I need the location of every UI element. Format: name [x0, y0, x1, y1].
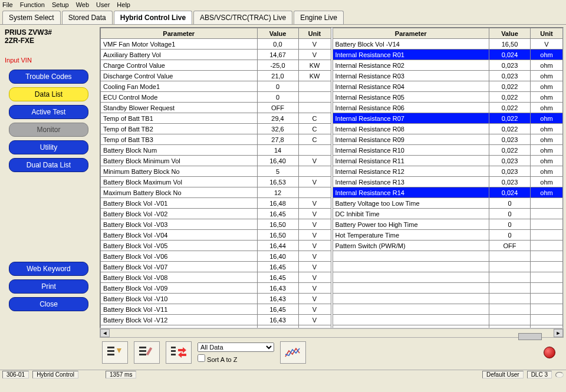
table-row[interactable]: Battery Power too High Time0 [333, 219, 563, 230]
filter-select[interactable]: All Data [198, 342, 274, 352]
sort-checkbox-label[interactable]: Sort A to Z [198, 354, 274, 363]
table-row[interactable]: Hot Temperature Time0 [333, 230, 563, 241]
table-row[interactable]: Auxiliary Battery Vol14,67V [101, 50, 331, 60]
table-row[interactable]: Internal Resistance R140,024ohm [333, 187, 563, 198]
table-row[interactable]: Battery Block Vol -V1316,53V [101, 325, 331, 328]
menu-user[interactable]: User [96, 1, 110, 8]
scroll-right-icon[interactable]: ► [554, 329, 563, 337]
trouble-codes-button[interactable]: Trouble Codes [9, 70, 88, 84]
table-row[interactable]: Internal Resistance R060,022ohm [333, 103, 563, 113]
list-edit-button[interactable] [134, 341, 160, 364]
table-row[interactable]: Battery Block Vol -V0416,50V [101, 230, 331, 241]
scroll-thumb[interactable] [518, 333, 542, 340]
table-row[interactable]: DC Inhibit Time0 [333, 209, 563, 219]
table-row[interactable]: Internal Resistance R020,023ohm [333, 60, 563, 71]
table-row[interactable]: Temp of Batt TB232,6C [101, 124, 331, 134]
table-row[interactable]: Maximum Battery Block No12 [101, 187, 331, 198]
list-swap-button[interactable] [166, 341, 192, 364]
menu-web[interactable]: Web [76, 1, 89, 8]
table-row[interactable] [333, 272, 563, 283]
table-row[interactable]: Internal Resistance R130,023ohm [333, 177, 563, 187]
graph-button[interactable] [280, 341, 306, 364]
table-row[interactable] [333, 283, 563, 294]
sort-checkbox[interactable] [198, 354, 205, 362]
table-row[interactable]: Battery Block Vol -V0516,44V [101, 241, 331, 251]
dual-data-list-button[interactable]: Dual Data List [9, 158, 88, 172]
table-row[interactable]: Internal Resistance R100,022ohm [333, 145, 563, 156]
table-row[interactable]: Battery Block Vol -V0316,50V [101, 219, 331, 230]
table-row[interactable]: Battery Block Vol -V1016,43V [101, 294, 331, 304]
table-right-wrap[interactable]: Parameter Value Unit Battery Block Vol -… [333, 28, 564, 328]
data-list-button[interactable]: Data List [9, 87, 88, 101]
tab-stored-data[interactable]: Stored Data [62, 11, 113, 24]
menu-setup[interactable]: Setup [52, 1, 69, 8]
horizontal-scrollbar[interactable]: ◄ ► [100, 328, 564, 338]
input-vin-label[interactable]: Input VIN [5, 57, 93, 64]
record-indicator-icon[interactable] [544, 347, 555, 358]
th-unit[interactable]: Unit [298, 28, 331, 39]
th-value[interactable]: Value [257, 28, 298, 39]
th-value[interactable]: Value [489, 28, 531, 39]
th-unit[interactable]: Unit [531, 28, 563, 39]
table-row[interactable]: Internal Resistance R090,023ohm [333, 134, 563, 145]
table-row[interactable]: Internal Resistance R070,022ohm [333, 113, 563, 124]
table-row[interactable]: Battery Block Vol -V1116,45V [101, 304, 331, 315]
table-row[interactable]: Internal Resistance R050,022ohm [333, 92, 563, 103]
table-row[interactable]: Battery Block Vol -V0716,45V [101, 262, 331, 272]
table-row[interactable]: Battery Block Vol -V0816,45V [101, 272, 331, 283]
scroll-left-icon[interactable]: ◄ [100, 329, 110, 337]
menu-help[interactable]: Help [117, 1, 130, 8]
utility-button[interactable]: Utility [9, 140, 88, 154]
cell-value [489, 315, 531, 325]
cell-unit [531, 262, 563, 272]
table-row[interactable]: Internal Resistance R010,024ohm [333, 50, 563, 60]
table-row[interactable]: Battery Block Vol -V0616,40V [101, 251, 331, 262]
table-row[interactable]: Battery Block Vol -V1416,50V [333, 39, 563, 50]
table-row[interactable]: VMF Fan Motor Voltage10,0V [101, 39, 331, 50]
table-row[interactable]: Internal Resistance R120,023ohm [333, 166, 563, 177]
cell-value: 27,8 [257, 134, 298, 145]
table-row[interactable]: Battery Block Vol -V1216,43V [101, 315, 331, 325]
table-row[interactable] [333, 304, 563, 315]
menu-file[interactable]: File [2, 1, 13, 8]
table-row[interactable]: Internal Resistance R040,022ohm [333, 81, 563, 92]
table-row[interactable] [333, 251, 563, 262]
table-row[interactable]: Cooling Fan Mode10 [101, 81, 331, 92]
menu-function[interactable]: Function [20, 1, 45, 8]
table-row[interactable]: Internal Resistance R080,022ohm [333, 124, 563, 134]
print-button[interactable]: Print [9, 279, 88, 294]
table-row[interactable]: ECU Control Mode0 [101, 92, 331, 103]
tab-engine-live[interactable]: Engine Live [294, 11, 344, 24]
table-row[interactable]: Temp of Batt TB129,4C [101, 113, 331, 124]
th-parameter[interactable]: Parameter [333, 28, 489, 39]
table-row[interactable] [333, 294, 563, 304]
table-row[interactable]: Standby Blower RequestOFF [101, 103, 331, 113]
table-row[interactable]: Battery Block Num14 [101, 145, 331, 156]
list-select-button[interactable] [102, 341, 128, 364]
close-button[interactable]: Close [9, 297, 88, 311]
table-left-wrap[interactable]: Parameter Value Unit VMF Fan Motor Volta… [100, 28, 331, 328]
tab-abs-vsc-trc-live[interactable]: ABS/VSC/TRC(TRAC) Live [193, 11, 292, 24]
table-row[interactable]: Charge Control Value-25,0KW [101, 60, 331, 71]
table-row[interactable]: Discharge Control Value21,0KW [101, 71, 331, 81]
table-row[interactable]: Minimum Battery Block No5 [101, 166, 331, 177]
table-row[interactable]: Battery Voltage too Low Time0 [333, 198, 563, 209]
table-row[interactable] [333, 262, 563, 272]
tab-system-select[interactable]: System Select [2, 11, 61, 24]
table-row[interactable]: Internal Resistance R030,023ohm [333, 71, 563, 81]
table-row[interactable] [333, 325, 563, 328]
table-row[interactable]: Battery Block Vol -V0116,48V [101, 198, 331, 209]
th-parameter[interactable]: Parameter [101, 28, 258, 39]
active-test-button[interactable]: Active Test [9, 105, 88, 119]
table-row[interactable]: Battery Block Maximum Vol16,53V [101, 177, 331, 187]
table-row[interactable]: Battery Block Minimum Vol16,40V [101, 156, 331, 166]
monitor-button[interactable]: Monitor [9, 123, 88, 137]
table-row[interactable]: Pattern Switch (PWR/M)OFF [333, 241, 563, 251]
web-keyword-button[interactable]: Web Keyword [9, 262, 88, 276]
tab-hybrid-control-live[interactable]: Hybrid Control Live [114, 11, 192, 24]
table-row[interactable]: Internal Resistance R110,023ohm [333, 156, 563, 166]
table-row[interactable]: Temp of Batt TB327,8C [101, 134, 331, 145]
table-row[interactable]: Battery Block Vol -V0916,43V [101, 283, 331, 294]
table-row[interactable]: Battery Block Vol -V0216,45V [101, 209, 331, 219]
table-row[interactable] [333, 315, 563, 325]
